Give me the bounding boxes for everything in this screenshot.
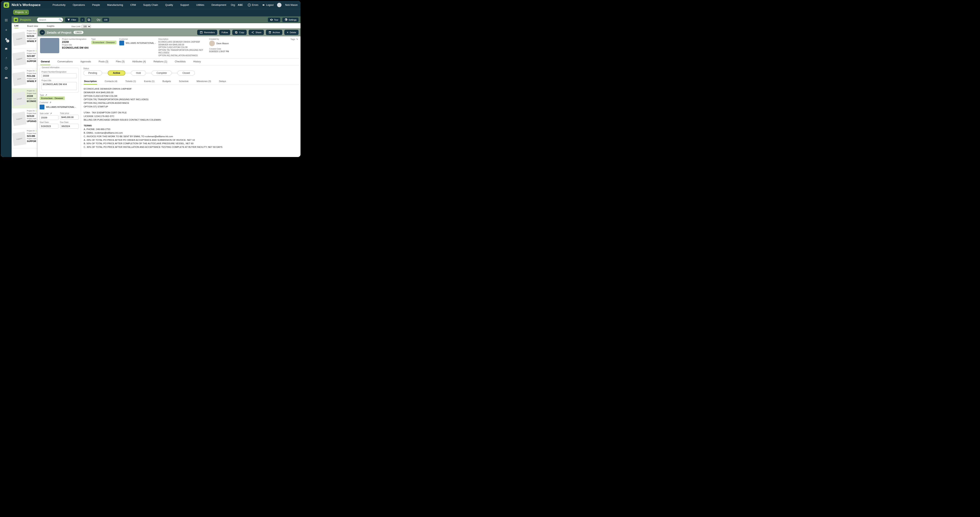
qty-input[interactable]	[102, 18, 109, 22]
svg-rect-19	[235, 32, 237, 33]
subtab-events[interactable]: Events (1)	[143, 78, 155, 85]
form-sd-input[interactable]	[40, 124, 59, 128]
delete-button[interactable]: ✕Delete	[284, 30, 299, 35]
status-pill-pending[interactable]: Pending	[83, 70, 102, 76]
copy-icon	[235, 31, 238, 34]
tab-conversations[interactable]: Conversations	[57, 59, 73, 65]
logout-link[interactable]: Logout	[262, 3, 274, 6]
list-item[interactable]: supportProject ID13624Project Num523134P…	[12, 29, 37, 48]
subtab-description[interactable]: Description	[84, 78, 97, 85]
archive-button[interactable]: Archive	[266, 30, 283, 35]
svg-rect-18	[236, 32, 237, 33]
form-tp-input[interactable]	[60, 115, 79, 120]
list-item[interactable]: supportProject ID13617Project Num523133P…	[12, 108, 37, 128]
settings-button[interactable]: Settings	[282, 17, 299, 22]
subtab-budgets[interactable]: Budgets	[162, 78, 171, 85]
tab-list[interactable]: List	[14, 24, 18, 28]
nav-people[interactable]: People	[92, 3, 100, 6]
detail-title: Details of Project	[47, 31, 72, 34]
tab-relations[interactable]: Relations (1)	[153, 59, 167, 65]
form-legend: General Information	[41, 67, 60, 68]
status-pill-closed[interactable]: Closed	[177, 70, 195, 76]
list-item[interactable]: supportProject ID13633Project NumS23-087…	[12, 48, 37, 68]
apps-icon[interactable]	[4, 18, 8, 22]
tab-attributes[interactable]: Attributes (4)	[132, 59, 146, 65]
top-bar: ◐ Nick's Workspace ProductivityOperation…	[1, 1, 301, 9]
nav-utilities[interactable]: Utilities	[196, 3, 204, 6]
nav-crm[interactable]: CRM	[130, 3, 136, 6]
bell-icon[interactable]: 2	[4, 37, 8, 41]
tour-button[interactable]: Tour	[268, 17, 280, 22]
view-limit-select[interactable]: 100	[81, 25, 91, 28]
edit-cust-icon[interactable]: ↗	[49, 101, 51, 104]
clock-icon[interactable]	[4, 66, 8, 70]
follow-button[interactable]: Follow	[219, 30, 231, 35]
tab-general[interactable]: General	[40, 59, 50, 65]
close-icon[interactable]: ✕	[25, 11, 27, 14]
form-dd-input[interactable]	[60, 124, 79, 128]
form-pn-input[interactable]	[41, 73, 77, 78]
reminders-button[interactable]: Reminders	[197, 30, 217, 35]
add-icon[interactable]: ＋	[4, 28, 8, 32]
status-pill-complete[interactable]: Complete	[151, 70, 172, 76]
svg-rect-4	[6, 19, 6, 20]
copy-action-button[interactable]: Copy	[232, 30, 247, 35]
filter-icon	[67, 18, 70, 21]
svg-rect-7	[6, 20, 6, 21]
copy-button[interactable]	[87, 17, 91, 22]
back-button[interactable]: →	[40, 30, 45, 35]
customer-icon	[119, 41, 124, 45]
errors-link[interactable]: Errors	[248, 3, 258, 6]
detail-header: → Details of Project 13623 Reminders Fol…	[38, 29, 301, 36]
tab-approvals[interactable]: Approvals	[80, 59, 91, 65]
sub-tabs: DescriptionContacts (4)Tickets (1)Events…	[81, 78, 301, 85]
subtab-delays[interactable]: Delays	[219, 78, 226, 85]
form-so-input[interactable]	[40, 115, 59, 120]
left-rail: ＋ 2	[1, 16, 12, 157]
list-thumbnail: support	[12, 132, 26, 146]
search-icon[interactable]: 🔍	[59, 18, 62, 21]
nav-quality[interactable]: Quality	[165, 3, 173, 6]
tab-posts[interactable]: Posts (3)	[98, 59, 109, 65]
edit-so-icon[interactable]: ↗	[50, 112, 52, 115]
nav-support[interactable]: Support	[180, 3, 189, 6]
list-item[interactable]: vesselProject ID13623Project Num23159Pro…	[12, 89, 37, 108]
pn-value: 23159	[62, 41, 89, 43]
desc-summary: ECONOCLAVE DEWAXER DW4X4-140P400FDEWAXER…	[158, 41, 207, 57]
list-item[interactable]: partsProject ID13630Project NumP23-236Pr…	[12, 68, 37, 89]
nav-manufacturing[interactable]: Manufacturing	[107, 3, 123, 6]
subtab-milestones[interactable]: Milestones (3)	[196, 78, 212, 85]
user-avatar[interactable]	[277, 3, 282, 7]
form-pt-input[interactable]: ECONOCLAVE DW 4X4	[41, 82, 77, 90]
tab-insights[interactable]: Insights	[47, 25, 54, 28]
edit-tags-icon[interactable]: ✎	[296, 38, 298, 41]
customer-icon	[40, 105, 45, 109]
subtab-contacts[interactable]: Contacts (4)	[104, 78, 118, 85]
share-button[interactable]: Share	[249, 30, 264, 35]
tab-history[interactable]: History	[193, 59, 201, 65]
add-button[interactable]: ＋	[80, 17, 85, 22]
chat-icon[interactable]	[4, 47, 8, 51]
upload-icon[interactable]	[4, 76, 8, 80]
status-pill-active[interactable]: Active	[108, 70, 125, 76]
tab-files[interactable]: Files (3)	[116, 59, 125, 65]
tab-checklists[interactable]: Checklists	[174, 59, 186, 65]
svg-rect-24	[269, 32, 270, 33]
status-pill-hold[interactable]: Hold	[131, 70, 146, 76]
form-type-chip: Econoclave - Dewaxer	[40, 97, 65, 100]
list-item[interactable]: supportProject ID13621Project NumS23-086…	[12, 128, 37, 148]
subtab-schedule[interactable]: Schedule	[178, 78, 189, 85]
project-list: supportProject ID13624Project Num523134P…	[12, 29, 38, 157]
nav-development[interactable]: Development	[212, 3, 226, 6]
description-box: ECONOCLAVE DEWAXER DW4X4-140P400FDEWAXER…	[81, 85, 301, 154]
form-pn-label: Project Number/Designation	[41, 71, 77, 73]
run-icon[interactable]	[4, 56, 8, 61]
breadcrumb-chip[interactable]: Projects✕	[13, 10, 29, 14]
filter-button[interactable]: Filter	[65, 17, 78, 22]
nav-productivity[interactable]: Productivity	[52, 3, 66, 6]
edit-type-icon[interactable]: ↗	[45, 94, 47, 97]
subtab-tickets[interactable]: Tickets (1)	[125, 78, 136, 85]
tab-board[interactable]: Board view	[27, 25, 38, 28]
nav-operations[interactable]: Operations	[73, 3, 85, 6]
nav-supply-chain[interactable]: Supply Chain	[143, 3, 158, 6]
